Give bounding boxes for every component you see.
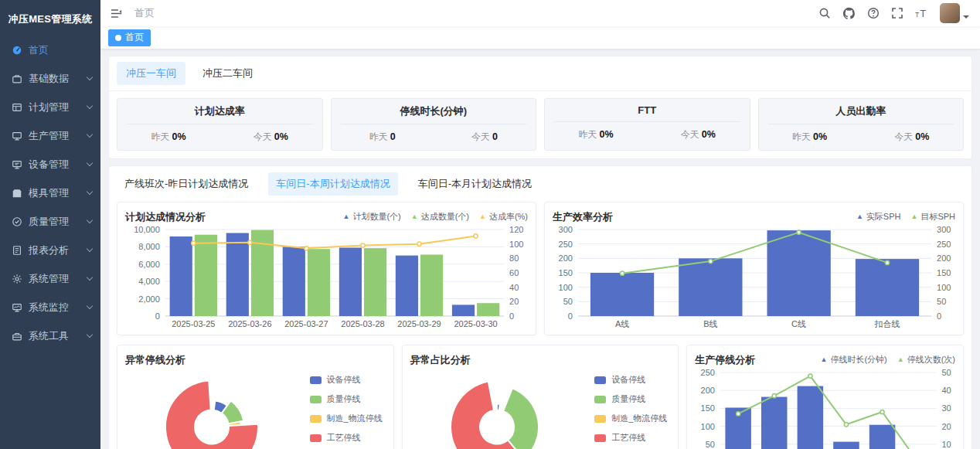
bar[interactable] xyxy=(364,248,386,316)
chart-title: 异常停线分析 xyxy=(125,353,185,367)
legend-item[interactable]: 制造_物流停线 xyxy=(310,413,383,424)
data-point[interactable] xyxy=(417,242,421,246)
user-menu[interactable] xyxy=(940,3,969,23)
sidebar-item-label: 计划管理 xyxy=(29,100,69,114)
legend-item[interactable]: 设备停线 xyxy=(594,374,667,386)
legend-item[interactable]: ▲达成数量(个) xyxy=(411,211,469,223)
legend-swatch xyxy=(594,415,606,423)
svg-text:50: 50 xyxy=(563,297,573,306)
chart-title: 异常占比分析 xyxy=(410,353,471,367)
data-point[interactable] xyxy=(808,374,812,378)
sidebar-item-7[interactable]: 报表分析 xyxy=(0,236,100,264)
bar[interactable] xyxy=(477,303,499,316)
legend-item[interactable]: ▲目标SPH xyxy=(910,211,955,223)
kpi-card-0: 计划达成率昨天0%今天0% xyxy=(117,98,323,151)
navbar-actions: TT xyxy=(818,3,969,23)
bar[interactable] xyxy=(308,249,330,316)
data-point[interactable] xyxy=(885,260,889,264)
legend-item[interactable]: ▲停线时长(分钟) xyxy=(821,354,887,366)
kpi-yesterday: 昨天0% xyxy=(545,128,647,141)
search-icon[interactable] xyxy=(818,7,831,19)
data-point[interactable] xyxy=(737,412,740,416)
legend-swatch xyxy=(310,396,322,403)
overview-panel: 冲压一车间冲压二车间 计划达成率昨天0%今天0%停线时长(分钟)昨天0今天0FT… xyxy=(108,56,972,159)
legend-swatch xyxy=(310,434,322,442)
data-point[interactable] xyxy=(797,230,801,234)
tag-home[interactable]: 首页 xyxy=(108,29,151,46)
active-tag-dot xyxy=(115,35,121,41)
bar[interactable] xyxy=(798,386,824,449)
bar[interactable] xyxy=(195,235,217,316)
font-size-icon[interactable]: TT xyxy=(915,7,928,20)
avatar[interactable] xyxy=(940,3,960,23)
sidebar-item-1[interactable]: 基础数据 xyxy=(0,64,100,93)
bar[interactable] xyxy=(679,258,742,316)
bar[interactable] xyxy=(767,230,831,316)
bar[interactable] xyxy=(590,273,654,316)
workshop-tab-1[interactable]: 冲压二车间 xyxy=(193,62,262,85)
help-icon[interactable] xyxy=(867,7,880,19)
svg-text:扣合线: 扣合线 xyxy=(874,319,900,328)
legend-item[interactable]: 工艺停线 xyxy=(310,432,383,444)
sidebar-item-3[interactable]: 生产管理 xyxy=(0,121,100,150)
donut-slice[interactable] xyxy=(165,381,258,449)
legend-item[interactable]: 质量停线 xyxy=(310,393,383,405)
svg-text:200: 200 xyxy=(937,253,951,263)
table-icon xyxy=(12,102,22,113)
svg-text:0: 0 xyxy=(937,311,941,321)
sidebar-toggle-icon[interactable] xyxy=(110,7,123,20)
legend-item[interactable]: 工艺停线 xyxy=(594,432,667,444)
data-point[interactable] xyxy=(305,247,308,250)
fullscreen-icon[interactable] xyxy=(891,7,903,19)
data-point[interactable] xyxy=(709,260,713,264)
sidebar-item-4[interactable]: 设备管理 xyxy=(0,150,100,179)
svg-text:10: 10 xyxy=(942,440,951,449)
legend-item[interactable]: 制造_物流停线 xyxy=(594,413,667,424)
data-point[interactable] xyxy=(361,243,365,247)
bar[interactable] xyxy=(869,425,896,449)
legend-item[interactable]: 质量停线 xyxy=(594,393,667,405)
data-point[interactable] xyxy=(880,410,884,413)
legend-item[interactable]: ▲达成率(%) xyxy=(479,211,528,223)
donut-slice[interactable] xyxy=(497,404,500,410)
data-point[interactable] xyxy=(474,234,478,238)
legend-item[interactable]: ▲计划数量(个) xyxy=(342,211,400,223)
bar[interactable] xyxy=(856,259,919,316)
view-tab-0[interactable]: 产线班次-昨日计划达成情况 xyxy=(117,172,256,196)
sidebar-item-8[interactable]: 系统管理 xyxy=(0,264,100,293)
legend-item[interactable]: ▲停线次数(次) xyxy=(897,354,955,366)
data-point[interactable] xyxy=(773,394,777,398)
suitcase-icon xyxy=(12,73,22,84)
gear-icon xyxy=(12,274,22,284)
bar[interactable] xyxy=(834,442,860,449)
github-icon[interactable] xyxy=(842,7,856,20)
sidebar-item-10[interactable]: 系统工具 xyxy=(0,321,100,350)
view-tab-1[interactable]: 车间日-本周计划达成情况 xyxy=(268,172,397,196)
data-point[interactable] xyxy=(621,271,624,275)
charts-row-2: 异常停线分析设备停线质量停线制造_物流停线工艺停线制造_过程停线 异常占比分析设… xyxy=(109,343,971,449)
sidebar-item-6[interactable]: 质量管理 xyxy=(0,207,100,236)
view-tab-2[interactable]: 车间日-本月计划达成情况 xyxy=(410,172,539,196)
bar[interactable] xyxy=(283,247,305,316)
legend-symbol: ▲ xyxy=(897,356,904,363)
legend-item[interactable]: ▲实际SPH xyxy=(856,211,901,223)
data-point[interactable] xyxy=(192,241,196,245)
donut-legend: 设备停线质量停线制造_物流停线工艺停线制造_过程停线 xyxy=(310,368,386,449)
workshop-tab-0[interactable]: 冲压一车间 xyxy=(117,62,185,85)
bar[interactable] xyxy=(396,256,418,316)
bar[interactable] xyxy=(420,255,443,317)
legend-item[interactable]: 设备停线 xyxy=(310,374,383,386)
bar[interactable] xyxy=(170,236,192,316)
data-point[interactable] xyxy=(248,240,252,244)
sidebar-item-2[interactable]: 计划管理 xyxy=(0,93,100,121)
sidebar-item-0[interactable]: 首页 xyxy=(0,36,100,64)
bar[interactable] xyxy=(226,233,249,317)
sidebar-item-9[interactable]: 系统监控 xyxy=(0,293,100,321)
kpi-card-3: 人员出勤率昨天0%今天0% xyxy=(758,98,965,151)
data-point[interactable] xyxy=(845,423,849,427)
sidebar-item-5[interactable]: 模具管理 xyxy=(0,179,100,207)
bar[interactable] xyxy=(452,304,475,316)
bar[interactable] xyxy=(339,248,362,317)
bar[interactable] xyxy=(761,397,788,449)
chevron-down-icon xyxy=(87,103,93,109)
